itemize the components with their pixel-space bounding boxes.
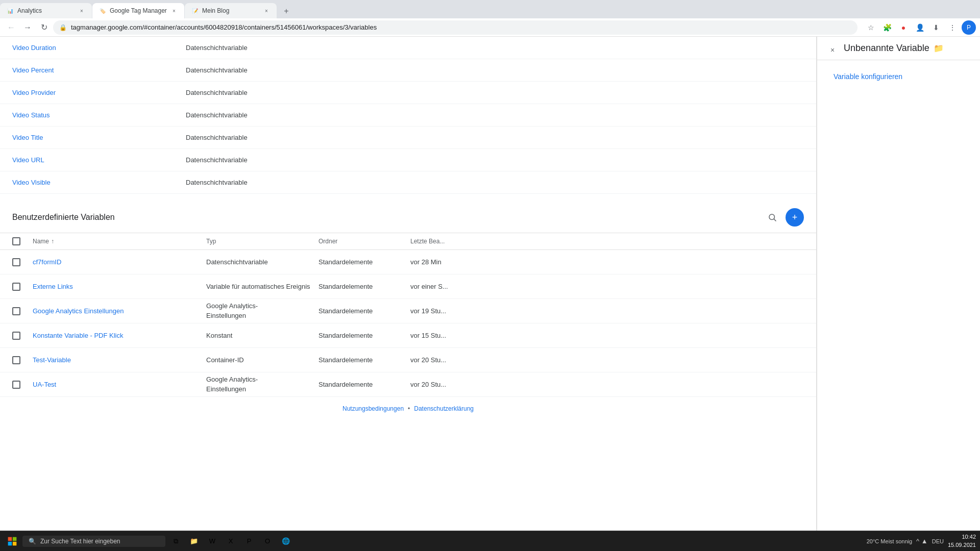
col-header-name[interactable]: Name ↑ bbox=[33, 238, 206, 245]
taskbar-ppt[interactable]: P bbox=[241, 533, 257, 549]
nav-right: ☆ 🧩 ● 👤 ⬇ ⋮ P bbox=[864, 20, 976, 35]
custom-section-title: Benutzerdefinierte Variablen bbox=[12, 213, 763, 222]
panel-body: Variable konfigurieren bbox=[817, 60, 980, 93]
test-variable-typ: Container-ID bbox=[206, 356, 318, 364]
video-status-link[interactable]: Video Status bbox=[12, 111, 186, 119]
svg-line-1 bbox=[774, 219, 776, 221]
ua-test-link[interactable]: UA-Test bbox=[33, 381, 206, 388]
externe-checkbox[interactable] bbox=[12, 283, 20, 291]
nutzungsbedingungen-link[interactable]: Nutzungsbedingungen bbox=[342, 405, 404, 412]
row-video-percent[interactable]: Video Percent Datenschichtvariable bbox=[0, 59, 816, 82]
start-button[interactable] bbox=[4, 533, 20, 549]
row-externe-links: Externe Links Variable für automatisches… bbox=[0, 274, 816, 299]
cf7formid-ordner: Standardelemente bbox=[318, 258, 410, 266]
cf7formid-letzte: vor 28 Min bbox=[410, 258, 804, 266]
tab-blog-close[interactable]: × bbox=[262, 7, 271, 15]
taskbar-explorer[interactable]: 📁 bbox=[186, 533, 202, 549]
back-button[interactable]: ← bbox=[4, 20, 18, 35]
video-percent-link[interactable]: Video Percent bbox=[12, 66, 186, 74]
video-visible-type: Datenschichtvariable bbox=[186, 179, 248, 186]
row-video-title[interactable]: Video Title Datenschichtvariable bbox=[0, 127, 816, 149]
panel-close-button[interactable]: × bbox=[825, 43, 840, 57]
konstante-variable-ordner: Standardelemente bbox=[318, 332, 410, 339]
taskbar-word[interactable]: W bbox=[204, 533, 220, 549]
test-checkbox[interactable] bbox=[12, 356, 20, 364]
taskbar-right: 20°C Meist sonnig ^ ▲ DEU 10:42 15.09.20… bbox=[867, 533, 976, 549]
konstante-variable-typ: Konstant bbox=[206, 332, 318, 339]
konstante-checkbox[interactable] bbox=[12, 332, 20, 340]
bookmark-icon[interactable]: ☆ bbox=[864, 20, 878, 35]
cf7-checkbox[interactable] bbox=[12, 258, 20, 266]
cf7formid-link[interactable]: cf7formID bbox=[33, 258, 206, 266]
row-video-duration[interactable]: Video Duration Datenschichtvariable bbox=[0, 37, 816, 59]
externe-links-link[interactable]: Externe Links bbox=[33, 283, 206, 290]
more-button[interactable]: ⋮ bbox=[945, 20, 960, 35]
footer: Nutzungsbedingungen • Datenschutzerkläru… bbox=[0, 397, 816, 420]
custom-variables-section: Benutzerdefinierte Variablen + Name ↑ bbox=[0, 202, 816, 397]
scroll-content[interactable]: Video Duration Datenschichtvariable Vide… bbox=[0, 37, 816, 531]
header-checkbox-col bbox=[12, 237, 24, 245]
select-all-checkbox[interactable] bbox=[12, 237, 20, 245]
video-title-link[interactable]: Video Title bbox=[12, 134, 186, 141]
panel-title-text: Unbenannte Variable bbox=[844, 43, 929, 54]
video-provider-type: Datenschichtvariable bbox=[186, 89, 248, 96]
account-icon-1[interactable]: ● bbox=[896, 20, 911, 35]
row-ua-test: UA-Test Google Analytics-Einstellungen S… bbox=[0, 372, 816, 397]
video-status-type: Datenschichtvariable bbox=[186, 111, 248, 119]
extensions-icon[interactable]: 🧩 bbox=[880, 20, 894, 35]
test-variable-link[interactable]: Test-Variable bbox=[33, 356, 206, 364]
tab-analytics[interactable]: 📊 Analytics × bbox=[0, 3, 92, 18]
konstante-variable-link[interactable]: Konstante Variable - PDF Klick bbox=[33, 332, 206, 339]
folder-icon: 📁 bbox=[934, 43, 944, 53]
video-url-link[interactable]: Video URL bbox=[12, 156, 186, 164]
datenschutz-link[interactable]: Datenschutzerklärung bbox=[414, 405, 474, 412]
tab-blog[interactable]: 📝 Mein Blog × bbox=[185, 3, 277, 18]
ua-checkbox[interactable] bbox=[12, 381, 20, 389]
download-icon[interactable]: ⬇ bbox=[929, 20, 943, 35]
refresh-button[interactable]: ↻ bbox=[37, 20, 51, 35]
ga-checkbox[interactable] bbox=[12, 307, 20, 315]
profile-button[interactable]: P bbox=[962, 20, 976, 35]
custom-table-header: Name ↑ Typ Ordner Letzte Bea... bbox=[0, 233, 816, 250]
externe-checkbox-col bbox=[12, 283, 24, 291]
account-icon-2[interactable]: 👤 bbox=[913, 20, 927, 35]
panel-title: Unbenannte Variable 📁 bbox=[817, 37, 980, 60]
sort-arrow-icon: ↑ bbox=[51, 238, 54, 245]
tray-icons: ^ ▲ bbox=[916, 537, 928, 545]
taskbar-onenote[interactable]: O bbox=[259, 533, 276, 549]
new-tab-button[interactable]: + bbox=[279, 4, 293, 18]
lock-icon: 🔒 bbox=[59, 24, 67, 31]
variable-konfigurieren-button[interactable]: Variable konfigurieren bbox=[825, 68, 911, 85]
tab-gtm[interactable]: 🏷️ Google Tag Manager × bbox=[92, 3, 184, 18]
ga-einstellungen-ordner: Standardelemente bbox=[318, 307, 410, 315]
video-provider-link[interactable]: Video Provider bbox=[12, 89, 186, 96]
add-variable-button[interactable]: + bbox=[786, 208, 804, 227]
row-video-provider[interactable]: Video Provider Datenschichtvariable bbox=[0, 82, 816, 104]
tab-gtm-close[interactable]: × bbox=[170, 7, 178, 15]
externe-links-typ: Variable für automatisches Ereignis bbox=[206, 283, 318, 290]
externe-links-ordner: Standardelemente bbox=[318, 283, 410, 290]
taskbar-tray: ^ ▲ bbox=[916, 537, 928, 545]
taskbar-task-view[interactable]: ⧉ bbox=[167, 533, 184, 549]
video-percent-type: Datenschichtvariable bbox=[186, 66, 248, 74]
ga-einstellungen-link[interactable]: Google Analytics Einstellungen bbox=[33, 307, 206, 315]
footer-separator: • bbox=[408, 405, 410, 412]
row-video-status[interactable]: Video Status Datenschichtvariable bbox=[0, 104, 816, 127]
taskbar-excel[interactable]: X bbox=[223, 533, 239, 549]
custom-search-button[interactable] bbox=[763, 208, 781, 227]
row-cf7formid: cf7formID Datenschichtvariable Standarde… bbox=[0, 250, 816, 274]
video-duration-link[interactable]: Video Duration bbox=[12, 44, 186, 52]
tab-analytics-close[interactable]: × bbox=[78, 7, 86, 15]
taskbar-search[interactable]: 🔍 Zur Suche Text hier eingeben bbox=[22, 536, 165, 547]
video-visible-link[interactable]: Video Visible bbox=[12, 179, 186, 186]
address-bar[interactable]: 🔒 tagmanager.google.com/#container/accou… bbox=[53, 20, 857, 35]
tab-bar: 📊 Analytics × 🏷️ Google Tag Manager × 📝 … bbox=[0, 0, 980, 18]
ua-test-typ: Google Analytics-Einstellungen bbox=[206, 375, 318, 393]
ua-checkbox-col bbox=[12, 381, 24, 389]
tab-blog-title: Mein Blog bbox=[202, 7, 260, 14]
row-video-url[interactable]: Video URL Datenschichtvariable bbox=[0, 149, 816, 171]
taskbar-chrome[interactable]: 🌐 bbox=[278, 533, 294, 549]
forward-button[interactable]: → bbox=[20, 20, 35, 35]
test-checkbox-col bbox=[12, 356, 24, 364]
row-video-visible[interactable]: Video Visible Datenschichtvariable bbox=[0, 171, 816, 194]
